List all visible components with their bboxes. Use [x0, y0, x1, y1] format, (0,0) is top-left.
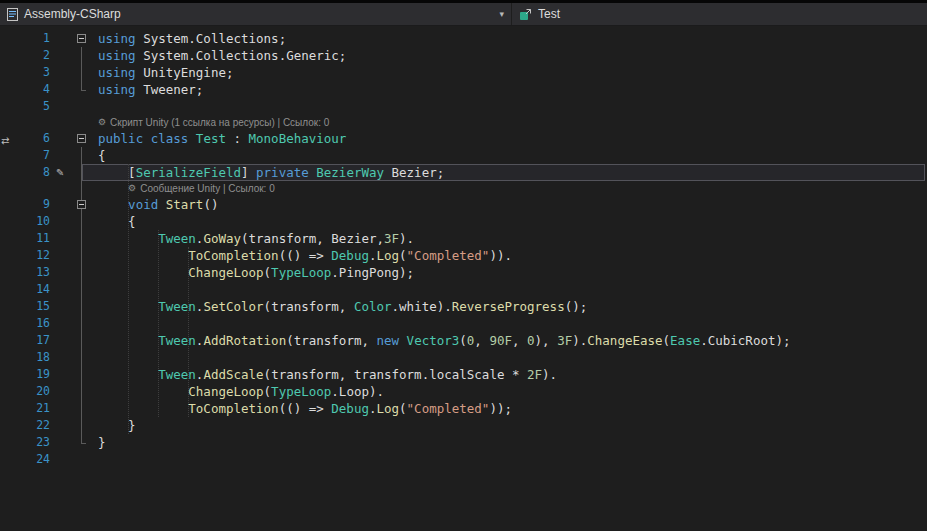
navigation-bar: Assembly-CSharp ▾ Test: [0, 3, 927, 26]
code-line-4[interactable]: 4using Tweener;: [0, 81, 927, 98]
collapse-toggle-icon[interactable]: [77, 34, 86, 43]
breakpoint-margin[interactable]: [0, 98, 30, 115]
codelens-link[interactable]: Сообщение Unity | Ссылок: 0: [140, 181, 275, 196]
outlining-margin: [72, 281, 90, 298]
line-number: 19: [30, 366, 56, 383]
code-editor[interactable]: 1using System.Collections;2using System.…: [0, 26, 927, 531]
code-lines: 1using System.Collections;2using System.…: [0, 30, 927, 468]
codelens-link[interactable]: Скрипт Unity (1 ссылка на ресурсы) | Ссы…: [110, 115, 329, 130]
code-line-22[interactable]: 22 }: [0, 417, 927, 434]
code-line-text: Tween.SetColor(transform, Color.white).R…: [90, 298, 927, 315]
code-line-20[interactable]: 20 ChangeLoop(TypeLoop.Loop).: [0, 383, 927, 400]
line-number: 20: [30, 383, 56, 400]
adornment-margin: [56, 81, 72, 98]
adornment-margin: [56, 30, 72, 47]
line-number: 22: [30, 417, 56, 434]
code-line-17[interactable]: 17 Tween.AddRotation(transform, new Vect…: [0, 332, 927, 349]
type-dropdown[interactable]: Test: [512, 3, 927, 25]
line-number: 14: [30, 281, 56, 298]
project-dropdown[interactable]: Assembly-CSharp ▾: [0, 3, 512, 25]
code-line-5[interactable]: 5: [0, 98, 927, 115]
breakpoint-margin[interactable]: [0, 349, 30, 366]
code-line-19[interactable]: 19 Tween.AddScale(transform, transform.l…: [0, 366, 927, 383]
outlining-margin: [72, 417, 90, 434]
code-line-text: ToCompletion(() => Debug.Log("Completed"…: [90, 400, 927, 417]
outlining-margin: [72, 298, 90, 315]
code-line-14[interactable]: 14: [0, 281, 927, 298]
breakpoint-margin[interactable]: [0, 383, 30, 400]
breakpoint-margin[interactable]: [0, 332, 30, 349]
breakpoint-margin[interactable]: [0, 164, 30, 181]
line-number: 11: [30, 230, 56, 247]
code-line-11[interactable]: 11 Tween.GoWay(transform, Bezier,3F).: [0, 230, 927, 247]
code-line-23[interactable]: 23}: [0, 434, 927, 451]
breakpoint-margin[interactable]: [0, 366, 30, 383]
breakpoint-margin[interactable]: [0, 196, 30, 213]
breakpoint-margin[interactable]: [0, 400, 30, 417]
breakpoint-margin[interactable]: [0, 115, 30, 130]
code-line-16[interactable]: 16: [0, 315, 927, 332]
code-line-text: {: [90, 213, 927, 230]
code-line-text: }: [90, 417, 927, 434]
adornment-margin: [56, 298, 72, 315]
code-line-8[interactable]: 8✎ [SerializeField] private BezierWay Be…: [0, 164, 927, 181]
edit-adornment-icon: ✎: [56, 164, 72, 181]
code-line-text: {: [90, 147, 927, 164]
breakpoint-margin[interactable]: [0, 64, 30, 81]
collapse-toggle-icon[interactable]: [77, 134, 86, 143]
breakpoint-margin[interactable]: ⇄: [0, 130, 30, 147]
code-line-18[interactable]: 18: [0, 349, 927, 366]
breakpoint-margin[interactable]: [0, 281, 30, 298]
line-number: 23: [30, 434, 56, 451]
breakpoint-margin[interactable]: [0, 298, 30, 315]
outlining-margin: [72, 366, 90, 383]
outlining-margin: [72, 164, 90, 181]
outlining-margin: [72, 315, 90, 332]
breakpoint-margin[interactable]: [0, 264, 30, 281]
code-line-text: [90, 451, 927, 468]
outlining-margin: [72, 98, 90, 115]
code-line-2[interactable]: 2using System.Collections.Generic;: [0, 47, 927, 64]
code-line-12[interactable]: 12 ToCompletion(() => Debug.Log("Complet…: [0, 247, 927, 264]
breakpoint-margin[interactable]: [0, 47, 30, 64]
class-icon: [519, 8, 532, 21]
code-line-text: using System.Collections;: [90, 30, 927, 47]
outlining-margin: [72, 181, 90, 196]
line-number: 3: [30, 64, 56, 81]
breakpoint-margin[interactable]: [0, 434, 30, 451]
breakpoint-margin[interactable]: [0, 30, 30, 47]
adornment-margin: [56, 196, 72, 213]
code-line-10[interactable]: 10 {: [0, 213, 927, 230]
line-number: 13: [30, 264, 56, 281]
breakpoint-margin[interactable]: [0, 147, 30, 164]
outlining-margin: [72, 400, 90, 417]
breakpoint-margin[interactable]: [0, 81, 30, 98]
outlining-margin: [72, 247, 90, 264]
adornment-margin: [56, 383, 72, 400]
outlining-margin: [72, 383, 90, 400]
code-line-21[interactable]: 21 ToCompletion(() => Debug.Log("Complet…: [0, 400, 927, 417]
breakpoint-margin[interactable]: [0, 230, 30, 247]
code-line-text: ChangeLoop(TypeLoop.Loop).: [90, 383, 927, 400]
code-line-3[interactable]: 3using UnityEngine;: [0, 64, 927, 81]
breakpoint-margin[interactable]: [0, 247, 30, 264]
code-line-7[interactable]: 7{: [0, 147, 927, 164]
code-line-13[interactable]: 13 ChangeLoop(TypeLoop.PingPong);: [0, 264, 927, 281]
breakpoint-margin[interactable]: [0, 451, 30, 468]
code-line-1[interactable]: 1using System.Collections;: [0, 30, 927, 47]
line-number: 9: [30, 196, 56, 213]
codelens-row: ⚙Скрипт Unity (1 ссылка на ресурсы) | Сс…: [0, 115, 927, 130]
code-line-24[interactable]: 24: [0, 451, 927, 468]
outlining-margin: [72, 47, 90, 64]
code-line-6[interactable]: ⇄6public class Test : MonoBehaviour: [0, 130, 927, 147]
breakpoint-margin[interactable]: [0, 213, 30, 230]
adornment-margin: [56, 349, 72, 366]
breakpoint-margin[interactable]: [0, 181, 30, 196]
code-line-9[interactable]: 9 void Start(): [0, 196, 927, 213]
breakpoint-margin[interactable]: [0, 315, 30, 332]
breakpoint-margin[interactable]: [0, 417, 30, 434]
code-line-15[interactable]: 15 Tween.SetColor(transform, Color.white…: [0, 298, 927, 315]
outlining-margin: [72, 130, 90, 147]
collapse-toggle-icon[interactable]: [77, 200, 86, 209]
code-line-text: [90, 315, 927, 332]
